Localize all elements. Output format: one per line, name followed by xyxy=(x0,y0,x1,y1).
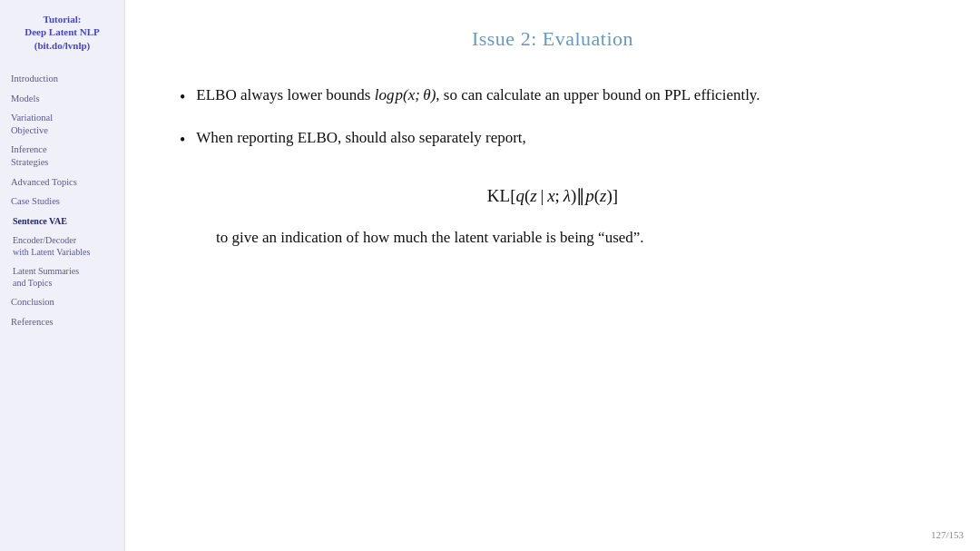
content-area: • ELBO always lower bounds log p(x; θ), … xyxy=(180,84,926,533)
bullet-text-1: ELBO always lower bounds log p(x; θ), so… xyxy=(196,84,926,107)
bullet-dot-2: • xyxy=(180,128,185,153)
sidebar-item-models[interactable]: Models xyxy=(7,90,117,108)
sidebar-item-references[interactable]: References xyxy=(7,313,117,331)
sidebar-item-inference-strategies[interactable]: Inference Strategies xyxy=(7,141,117,171)
bullet-item-2: • When reporting ELBO, should also separ… xyxy=(180,126,926,153)
sidebar-item-conclusion[interactable]: Conclusion xyxy=(7,293,117,311)
bullet-item-1: • ELBO always lower bounds log p(x; θ), … xyxy=(180,84,926,110)
bullet-dot-1: • xyxy=(180,85,185,110)
to-give-text: to give an indication of how much the la… xyxy=(216,226,926,250)
sidebar-item-latent-summaries[interactable]: Latent Summaries and Topics xyxy=(7,262,117,291)
page-number: 127/153 xyxy=(931,529,964,540)
slide-title: Issue 2: Evaluation xyxy=(180,27,926,51)
sidebar-item-introduction[interactable]: Introduction xyxy=(7,70,117,88)
sidebar-item-sentence-vae[interactable]: Sentence VAE xyxy=(7,212,117,230)
sidebar-item-encoder-decoder[interactable]: Encoder/Decoder with Latent Variables xyxy=(7,231,117,261)
main-content: Issue 2: Evaluation • ELBO always lower … xyxy=(125,0,980,551)
kl-formula: KL[q(z | x; λ)∥p(z)] xyxy=(180,185,926,206)
sidebar-item-case-studies[interactable]: Case Studies xyxy=(7,192,117,211)
sidebar-item-advanced-topics[interactable]: Advanced Topics xyxy=(7,173,117,192)
sidebar-title: Tutorial: Deep Latent NLP (bit.do/lvnlp) xyxy=(7,9,117,55)
sidebar-item-variational-objective[interactable]: Variational Objective xyxy=(7,109,117,139)
sidebar: Tutorial: Deep Latent NLP (bit.do/lvnlp)… xyxy=(0,0,125,551)
bullet-text-2: When reporting ELBO, should also separat… xyxy=(196,126,926,150)
